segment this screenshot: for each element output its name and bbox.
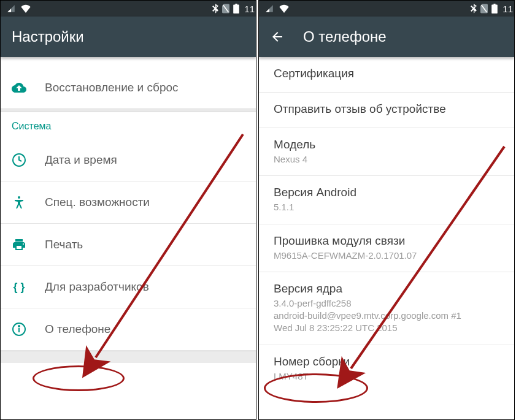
- info-icon: [12, 322, 26, 337]
- app-bar-title: Настройки: [12, 28, 84, 45]
- section-header-system: Система: [1, 112, 256, 139]
- sim-icon: [480, 4, 488, 13]
- battery-icon: [233, 4, 239, 13]
- signal-strength-icon: [265, 4, 274, 13]
- clock-icon: [12, 153, 26, 167]
- app-bar-title: О телефоне: [303, 28, 387, 45]
- about-item-title: Отправить отзыв об устройстве: [274, 102, 499, 116]
- about-item-title: Версия ядра: [274, 282, 499, 296]
- about-phone-screen: 11 О телефоне Сертификация Отправить отз…: [258, 0, 515, 420]
- printer-icon: [12, 237, 26, 252]
- settings-item-backup[interactable]: Восстановление и сброс: [1, 67, 256, 109]
- sim-icon: [222, 4, 229, 13]
- app-bar: О телефоне: [259, 17, 514, 57]
- about-item-title: Сертификация: [274, 67, 499, 80]
- about-item-value: M9615A-CEFWMAZM-2.0.1701.07: [274, 250, 499, 262]
- about-item-baseband[interactable]: Прошивка модуля связи M9615A-CEFWMAZM-2.…: [259, 224, 514, 272]
- wifi-icon: [20, 4, 31, 13]
- settings-item-datetime[interactable]: Дата и время: [1, 139, 256, 181]
- settings-item-print[interactable]: Печать: [1, 224, 256, 265]
- settings-item-label: Печать: [45, 238, 83, 251]
- status-bar: 11: [1, 1, 256, 17]
- app-bar: Настройки: [1, 17, 256, 57]
- about-item-value-line1: 3.4.0-perf-gdffc258: [274, 297, 499, 310]
- svg-point-1: [18, 196, 20, 199]
- cloud-icon: [12, 80, 26, 95]
- about-item-value: 5.1.1: [274, 201, 499, 213]
- settings-item-label: Восстановление и сброс: [45, 81, 179, 94]
- wifi-icon: [279, 4, 290, 13]
- settings-item-label: Дата и время: [45, 153, 117, 167]
- about-item-value-line3: Wed Jul 8 23:25:22 UTC 2015: [274, 322, 499, 334]
- settings-screen: 11 Настройки Восстановление и сброс Сист…: [0, 0, 256, 420]
- about-item-title: Версия Android: [274, 186, 499, 199]
- settings-item-about-phone[interactable]: О телефоне: [1, 308, 256, 350]
- about-item-value-line2: android-build@vpee9.mtv.corp.google.com …: [274, 310, 499, 322]
- about-item-model[interactable]: Модель Nexus 4: [259, 128, 514, 175]
- battery-icon: [491, 4, 498, 13]
- bluetooth-icon: [471, 4, 477, 13]
- svg-point-4: [18, 326, 20, 327]
- settings-item-developer[interactable]: { } Для разработчиков: [1, 266, 256, 308]
- settings-item-label: Для разработчиков: [45, 280, 149, 294]
- annotation-oval: [33, 365, 125, 391]
- braces-icon: { }: [12, 280, 26, 294]
- about-item-title: Прошивка модуля связи: [274, 234, 499, 248]
- settings-item-label: Спец. возможности: [45, 196, 150, 209]
- about-item-title: Модель: [274, 138, 499, 151]
- status-time: 11: [503, 4, 513, 14]
- signal-strength-icon: [7, 4, 15, 13]
- accessibility-icon: [12, 195, 26, 210]
- about-item-certification[interactable]: Сертификация: [259, 57, 514, 92]
- about-item-feedback[interactable]: Отправить отзыв об устройстве: [259, 93, 514, 128]
- about-item-value: Nexus 4: [274, 153, 499, 166]
- about-item-value: LMY48T: [274, 370, 499, 383]
- about-item-kernel[interactable]: Версия ядра 3.4.0-perf-gdffc258 android-…: [259, 272, 514, 345]
- settings-item-accessibility[interactable]: Спец. возможности: [1, 181, 256, 223]
- settings-item-label: О телефоне: [45, 323, 110, 336]
- status-time: 11: [244, 4, 255, 14]
- about-item-android-version[interactable]: Версия Android 5.1.1: [259, 176, 514, 223]
- about-item-title: Номер сборки: [274, 355, 499, 368]
- about-item-build-number[interactable]: Номер сборки LMY48T: [259, 345, 514, 392]
- status-bar: 11: [259, 1, 514, 17]
- back-arrow-icon[interactable]: [270, 29, 285, 44]
- bluetooth-icon: [212, 4, 218, 13]
